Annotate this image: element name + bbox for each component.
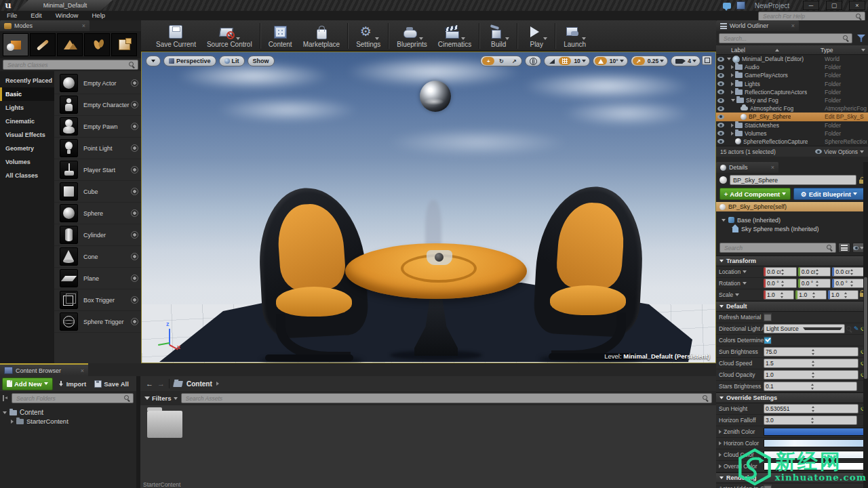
override-section-header[interactable]: Override Settings <box>716 392 868 403</box>
maximize-viewport-icon[interactable] <box>702 56 712 65</box>
viewport[interactable]: Perspective Lit Show + ↻ ↗ 10 10° ↗ 0. <box>141 52 716 363</box>
translate-tool-icon[interactable]: + <box>482 57 494 65</box>
eye-icon[interactable] <box>717 123 724 127</box>
drag-handle-icon[interactable] <box>131 318 138 325</box>
chevron-down-icon[interactable] <box>743 270 747 273</box>
collapse-icon[interactable] <box>727 58 731 60</box>
expand-icon[interactable] <box>719 453 722 457</box>
search-folders-field[interactable] <box>12 393 134 403</box>
chevron-down-icon[interactable] <box>743 282 747 285</box>
close-tab-icon[interactable]: × <box>81 367 84 374</box>
foliage-mode-button[interactable] <box>84 33 110 56</box>
build-button[interactable]: Build <box>482 22 515 49</box>
default-section-header[interactable]: Default <box>716 301 868 312</box>
eye-icon[interactable] <box>717 131 724 136</box>
right-chair[interactable] <box>532 186 646 360</box>
drag-handle-icon[interactable] <box>131 209 138 217</box>
outliner-row[interactable]: SphereReflectionCaptureSphereReflection <box>716 138 868 146</box>
colors-determined-checkbox[interactable] <box>764 336 772 344</box>
scale-snap-icon[interactable]: ↗ <box>633 57 645 65</box>
category-recently-placed[interactable]: Recently Placed <box>0 74 54 87</box>
import-button[interactable]: Import <box>56 380 90 388</box>
component-sky-mesh[interactable]: Sky Sphere mesh (Inherited) <box>722 224 868 233</box>
collapse-icon[interactable] <box>731 99 735 102</box>
spinner-icon[interactable] <box>844 292 856 298</box>
add-component-button[interactable]: +Add Component <box>719 188 791 200</box>
eye-icon[interactable] <box>717 115 724 119</box>
outliner-row[interactable]: Minimal_Default (Editor)World <box>716 55 868 63</box>
actor-name-field[interactable] <box>730 175 856 185</box>
scale-tool-icon[interactable]: ↗ <box>508 57 520 65</box>
sun-height-field[interactable]: 0.530551 <box>764 404 859 413</box>
chrome-sphere[interactable] <box>420 81 451 112</box>
search-folders-input[interactable] <box>15 394 124 403</box>
details-search-field[interactable] <box>719 243 836 253</box>
camera-speed-icon[interactable] <box>673 57 685 65</box>
back-icon[interactable]: ← <box>146 380 153 388</box>
light-source-dropdown[interactable]: Light Source <box>764 324 845 333</box>
horizon-color-swatch[interactable] <box>764 439 865 447</box>
outliner-row[interactable]: LightsFolder <box>716 80 868 88</box>
grid-snap-value[interactable]: 10 <box>572 58 587 64</box>
collapse-icon[interactable] <box>722 219 726 222</box>
collapse-icon[interactable] <box>3 411 7 414</box>
startercontent-folder-tile[interactable] <box>147 411 182 438</box>
blueprints-button[interactable]: Blueprints <box>391 22 432 49</box>
rotation-snap-value[interactable]: 10° <box>608 58 626 64</box>
outliner-row[interactable]: Atmospheric FogAtmosphericFog <box>716 104 868 113</box>
spinner-icon[interactable] <box>815 269 829 275</box>
menu-edit[interactable]: Edit <box>24 11 48 20</box>
search-assets-field[interactable] <box>181 393 712 403</box>
world-outliner-tab[interactable]: World Outliner × <box>716 20 799 31</box>
eye-icon[interactable] <box>717 73 724 78</box>
eye-icon[interactable] <box>717 81 724 86</box>
spinner-icon[interactable] <box>850 281 863 287</box>
eyedropper-icon[interactable]: ✎ <box>854 325 859 332</box>
outliner-row[interactable]: GamePlayActorsFolder <box>716 71 868 79</box>
outliner-filter-icon[interactable] <box>857 35 865 42</box>
menu-file[interactable]: File <box>0 11 24 20</box>
rotation-y-field[interactable]: 0.0 ° <box>798 279 831 288</box>
breadcrumb[interactable]: Content <box>186 380 212 388</box>
spinner-icon[interactable] <box>815 281 829 287</box>
cloud-opacity-field[interactable]: 1.0 <box>764 370 859 380</box>
expand-icon[interactable] <box>731 82 734 86</box>
drag-handle-icon[interactable] <box>131 231 138 239</box>
component-self-row[interactable]: BP_Sky_Sphere(self) <box>716 202 868 211</box>
scale-x-field[interactable]: 1.0 <box>764 290 794 300</box>
details-scrollbar[interactable] <box>863 162 868 488</box>
cinematics-button[interactable]: Cinematics <box>433 22 477 49</box>
forward-icon[interactable]: → <box>157 380 165 388</box>
content-button[interactable]: Content <box>263 22 298 49</box>
drag-handle-icon[interactable] <box>131 144 138 152</box>
category-cinematic[interactable]: Cinematic <box>0 115 54 128</box>
collapse-sources-icon[interactable] <box>3 395 9 401</box>
spinner-icon[interactable] <box>850 269 863 275</box>
breadcrumb-arrow-icon[interactable] <box>216 382 219 386</box>
search-assets-input[interactable] <box>184 394 703 403</box>
item-cylinder[interactable]: Cylinder <box>54 224 141 246</box>
3d-scene[interactable] <box>142 52 715 363</box>
stars-brightness-field[interactable]: 0.1 <box>764 382 857 391</box>
rotate-tool-icon[interactable]: ↻ <box>495 57 507 65</box>
spinner-icon[interactable] <box>812 292 825 298</box>
table-centerpiece[interactable] <box>427 250 452 265</box>
paint-mode-button[interactable] <box>30 33 56 56</box>
category-volumes[interactable]: Volumes <box>0 155 54 169</box>
drag-handle-icon[interactable] <box>131 79 138 87</box>
grid-snap-icon[interactable] <box>559 57 571 65</box>
drag-handle-icon[interactable] <box>131 296 138 304</box>
level-tab[interactable]: Minimal_Default <box>18 0 113 11</box>
rotation-z-field[interactable]: 0.0 ° <box>832 279 865 288</box>
eye-icon[interactable] <box>717 57 724 62</box>
eye-icon[interactable] <box>717 106 724 111</box>
outliner-row[interactable]: VolumesFolder <box>716 129 868 138</box>
search-icon[interactable] <box>846 326 852 332</box>
expand-icon[interactable] <box>719 441 722 445</box>
horizon-falloff-field[interactable]: 3.0 <box>764 415 857 425</box>
item-sphere-trigger[interactable]: Sphere Trigger <box>54 311 141 333</box>
minimize-button[interactable]: ─ <box>803 1 819 10</box>
drag-handle-icon[interactable] <box>131 253 138 260</box>
outliner-row[interactable]: Sky and FogFolder <box>716 96 868 104</box>
drag-handle-icon[interactable] <box>131 101 138 108</box>
